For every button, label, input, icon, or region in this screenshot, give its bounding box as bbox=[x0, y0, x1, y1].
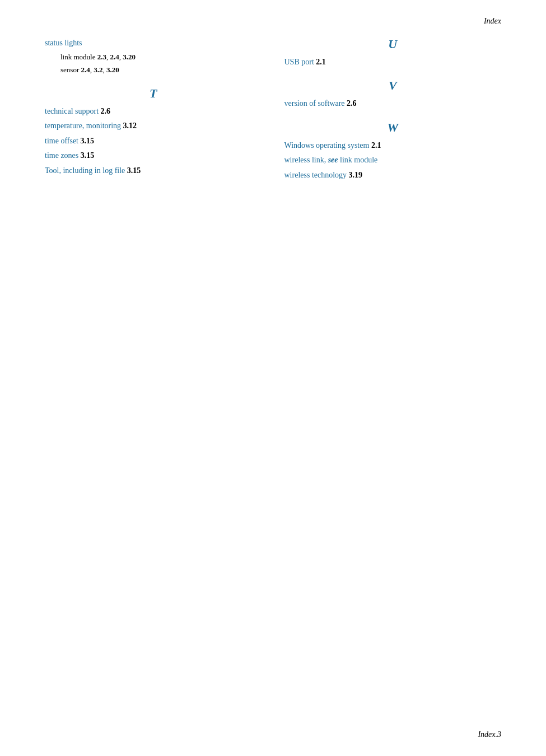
entry-link-temperature[interactable]: temperature, monitoring bbox=[45, 122, 121, 130]
entry-link-technical-support[interactable]: technical support bbox=[45, 107, 99, 115]
sub-entry-text: link module bbox=[60, 53, 97, 61]
entry-link-tool[interactable]: Tool, including in log file bbox=[45, 166, 125, 175]
entry-number: 3.20 bbox=[123, 53, 136, 61]
entry-number: 3.15 bbox=[81, 151, 95, 160]
entry-number: 3.15 bbox=[81, 137, 95, 145]
entry-link-version-software[interactable]: version of software bbox=[284, 99, 345, 108]
entry-number: 3.19 bbox=[349, 171, 363, 179]
entry-number: 2.6 bbox=[101, 107, 111, 115]
page-container: Index status lights link module 2.3, 2.4… bbox=[0, 0, 546, 756]
section-letter-w: W bbox=[284, 120, 502, 135]
entry-link-wireless-technology[interactable]: wireless technology bbox=[284, 171, 347, 179]
section-letter-t: T bbox=[45, 86, 262, 101]
entry-link-wireless-link[interactable]: wireless link, see link module bbox=[284, 156, 378, 164]
section-letter-v: V bbox=[284, 78, 502, 93]
content-columns: status lights link module 2.3, 2.4, 3.20… bbox=[45, 37, 501, 184]
list-item: time offset 3.15 bbox=[45, 135, 262, 147]
entry-number: 2.1 bbox=[371, 141, 381, 150]
entry-number: 3.12 bbox=[123, 122, 137, 130]
entry-number: 3.2 bbox=[94, 66, 102, 74]
entry-number: 2.4 bbox=[110, 53, 119, 61]
entry-link-time-zones[interactable]: time zones bbox=[45, 151, 78, 160]
entry-link-time-offset[interactable]: time offset bbox=[45, 137, 78, 145]
list-item: wireless link, see link module bbox=[284, 154, 502, 166]
entry-number: 3.15 bbox=[127, 166, 141, 175]
entry-number: 2.1 bbox=[316, 58, 326, 66]
list-item: Tool, including in log file 3.15 bbox=[45, 165, 262, 177]
list-item: link module 2.3, 2.4, 3.20 bbox=[45, 52, 262, 63]
list-item: technical support 2.6 bbox=[45, 105, 262, 118]
footer-page-label: Index.3 bbox=[478, 730, 501, 739]
section-letter-u: U bbox=[284, 37, 502, 52]
entry-number: 2.6 bbox=[347, 99, 357, 108]
page-header: Index bbox=[45, 17, 501, 26]
list-item: version of software 2.6 bbox=[284, 97, 502, 110]
page-footer: Index.3 bbox=[478, 730, 501, 739]
entry-link-windows[interactable]: Windows operating system bbox=[284, 141, 370, 150]
entry-number: 2.4 bbox=[81, 66, 90, 74]
entry-link-status-lights[interactable]: status lights bbox=[45, 39, 82, 47]
entry-number: 2.3 bbox=[97, 53, 106, 61]
entry-number: 3.20 bbox=[106, 66, 119, 74]
list-item: time zones 3.15 bbox=[45, 150, 262, 162]
list-item: wireless technology 3.19 bbox=[284, 169, 502, 181]
entry-link-usb-port[interactable]: USB port bbox=[284, 58, 314, 66]
left-column: status lights link module 2.3, 2.4, 3.20… bbox=[45, 37, 262, 184]
list-item: Windows operating system 2.1 bbox=[284, 139, 502, 152]
list-item: sensor 2.4, 3.2, 3.20 bbox=[45, 64, 262, 76]
right-column: U USB port 2.1 V version of software 2.6… bbox=[284, 37, 502, 184]
header-title: Index bbox=[484, 17, 501, 25]
list-item: temperature, monitoring 3.12 bbox=[45, 120, 262, 132]
list-item: status lights bbox=[45, 37, 262, 49]
list-item: USB port 2.1 bbox=[284, 56, 502, 68]
sub-entry-text: sensor bbox=[60, 66, 81, 74]
